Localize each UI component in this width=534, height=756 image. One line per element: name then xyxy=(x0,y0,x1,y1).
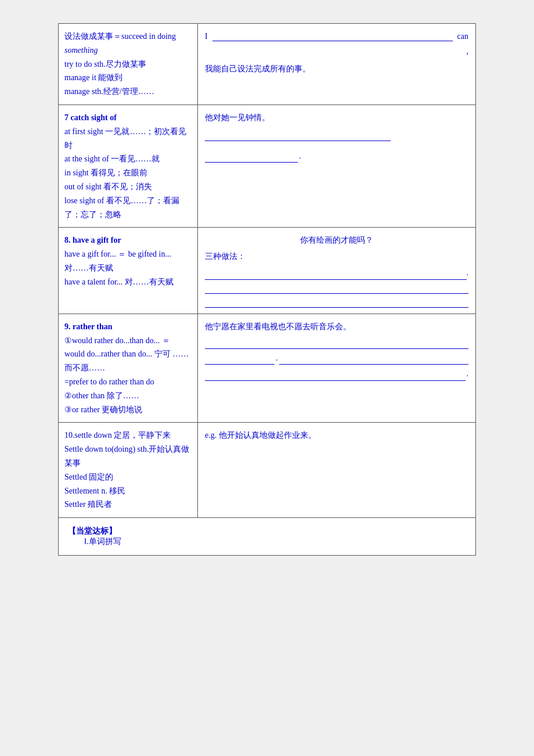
left-text-1d: manage sth.经营/管理…… xyxy=(64,87,154,96)
left-text-2f: lose sight of 看不见……了；看漏了；忘了；忽略 xyxy=(64,196,179,219)
row2-cn-sentence: 他对她一见钟情。 xyxy=(205,111,468,125)
left-text-4c: =prefer to do rather than do xyxy=(64,377,154,386)
left-text-3b: have a gift for... ＝ be gifted in...对……有… xyxy=(64,250,171,272)
row3-line1: . xyxy=(205,266,468,280)
left-text-3c: have a talent for... 对……有天赋 xyxy=(64,278,174,286)
row3-question: 你有绘画的才能吗？ xyxy=(205,233,468,247)
left-text-2c: at the sight of 一看见……就 xyxy=(64,154,160,163)
row2-line1 xyxy=(205,129,468,146)
right-cell-3: 你有绘画的才能吗？ 三种做法： . xyxy=(198,228,475,313)
left-text-4e: ③or rather 更确切地说 xyxy=(64,405,142,414)
footer-subheading: Ⅰ.单词拼写 xyxy=(84,537,466,547)
left-text-2e: out of sight 看不见；消失 xyxy=(64,182,152,191)
row3-sublabel: 三种做法： xyxy=(205,250,468,264)
row1-can: can xyxy=(457,30,468,44)
left-text-2b: at first sight 一见就……；初次看见时 xyxy=(64,127,186,150)
right-cell-2: 他对她一见钟情。 . xyxy=(198,105,475,227)
row4-cn-sentence: 他宁愿在家里看电视也不愿去听音乐会。 xyxy=(205,320,468,334)
right-cell-1: I can , 我能自己设法完成所有的事。 xyxy=(198,24,475,105)
left-text-5b: Settle down to(doing) sth.开始认真做某事 xyxy=(64,445,189,467)
left-cell-4: 9. rather than ①would rather do...than d… xyxy=(59,314,198,423)
left-cell-5: 10.settle down 定居，平静下来 Settle down to(do… xyxy=(59,423,198,517)
left-text-4d: ②other than 除了…… xyxy=(64,391,139,400)
row4-line1 xyxy=(205,337,468,349)
left-cell-3: 8. have a gift for have a gift for... ＝ … xyxy=(59,228,198,313)
left-text-1a: 设法做成某事＝succeed in doing something xyxy=(64,32,176,55)
left-title-4: 9. rather than xyxy=(64,322,113,331)
table-row: 9. rather than ①would rather do...than d… xyxy=(59,314,475,423)
row1-top: I can xyxy=(205,30,468,44)
left-cell-2: 7 catch sight of at first sight 一见就……；初次… xyxy=(59,105,198,227)
left-text-4b: ①would rather do...than do... ＝ would do… xyxy=(64,336,189,373)
main-page: 设法做成某事＝succeed in doing something try to… xyxy=(58,23,476,556)
row2-line2: . xyxy=(205,149,468,163)
left-text-1b: try to do sth.尽力做某事 xyxy=(64,60,146,69)
right-cell-5: e.g. 他开始认真地做起作业来。 xyxy=(198,423,475,517)
row4-line3: . xyxy=(205,367,468,381)
left-text-5e: Settler 殖民者 xyxy=(64,500,112,509)
table-row: 10.settle down 定居，平静下来 Settle down to(do… xyxy=(59,423,475,518)
left-text-5a: 10.settle down 定居，平静下来 xyxy=(64,431,171,440)
footer-heading: 【当堂达标】 xyxy=(68,526,466,537)
table-row: 设法做成某事＝succeed in doing something try to… xyxy=(59,24,475,105)
row5-sentence: e.g. 他开始认真地做起作业来。 xyxy=(205,429,468,442)
left-title-3: 8. have a gift for xyxy=(64,236,121,244)
row4-line2: . xyxy=(205,351,468,365)
row1-prefix: I xyxy=(205,30,208,44)
left-text-5c: Settled 固定的 xyxy=(64,473,113,481)
left-title-2: 7 catch sight of xyxy=(64,113,117,122)
left-text-5d: Settlement n. 移民 xyxy=(64,487,125,495)
table-row: 7 catch sight of at first sight 一见就……；初次… xyxy=(59,105,475,228)
left-cell-1: 设法做成某事＝succeed in doing something try to… xyxy=(59,24,198,105)
comma: , xyxy=(205,45,468,59)
right-cell-4: 他宁愿在家里看电视也不愿去听音乐会。 . . xyxy=(198,314,475,423)
row1-cn-sentence: 我能自己设法完成所有的事。 xyxy=(205,62,468,76)
row3-line2 xyxy=(205,282,468,294)
left-text-1c: manage it 能做到 xyxy=(64,73,122,82)
table-row: 8. have a gift for have a gift for... ＝ … xyxy=(59,228,475,314)
row3-line3 xyxy=(205,296,468,308)
left-text-2d: in sight 看得见；在眼前 xyxy=(64,168,147,177)
footer-section: 【当堂达标】 Ⅰ.单词拼写 xyxy=(59,518,475,555)
